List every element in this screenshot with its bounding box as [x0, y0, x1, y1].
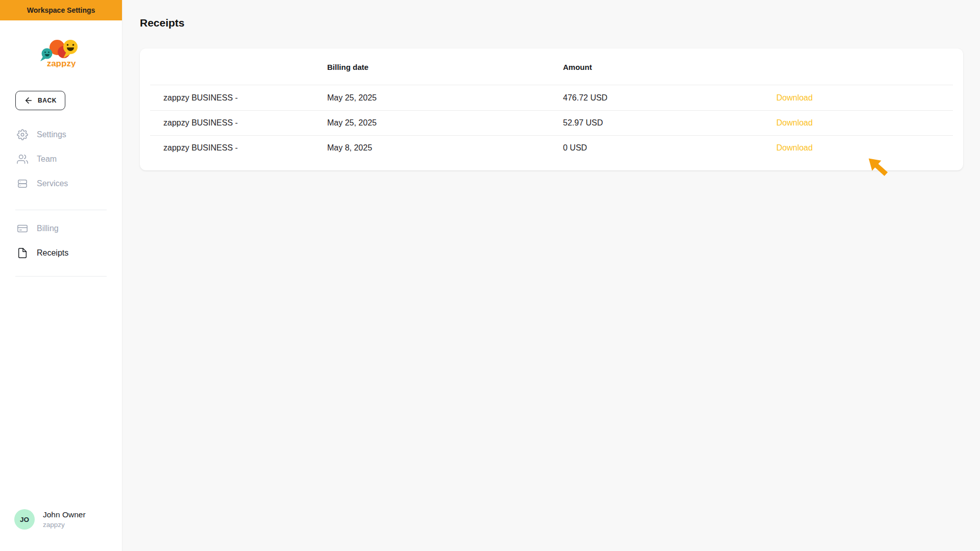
receipt-amount: 476.72 USD: [563, 93, 776, 103]
gear-icon: [17, 129, 28, 140]
receipt-product: zappzy BUSINESS -: [163, 143, 327, 153]
sidebar-item-label: Billing: [37, 224, 59, 233]
receipts-table-body: zappzy BUSINESS - May 25, 2025 476.72 US…: [140, 85, 963, 160]
receipt-row: zappzy BUSINESS - May 25, 2025 52.97 USD…: [140, 110, 963, 135]
credit-card-icon: [17, 223, 28, 234]
download-link[interactable]: Download: [776, 93, 813, 102]
avatar: JO: [14, 509, 35, 530]
receipt-product: zappzy BUSINESS -: [163, 118, 327, 128]
sidebar-item-label: Receipts: [37, 248, 68, 258]
receipt-row: zappzy BUSINESS - May 25, 2025 476.72 US…: [140, 85, 963, 110]
sidebar-item-settings[interactable]: Settings: [0, 122, 122, 147]
back-button-label: BACK: [38, 97, 57, 104]
workspace-settings-banner: Workspace Settings: [0, 0, 122, 20]
server-icon: [17, 178, 28, 189]
sidebar-item-team[interactable]: Team: [0, 147, 122, 171]
receipts-card: Billing date Amount zappzy BUSINESS - Ma…: [140, 48, 963, 170]
column-header-amount: Amount: [563, 63, 776, 71]
zappzy-logo-icon: zappzy: [36, 38, 87, 67]
download-link[interactable]: Download: [776, 118, 813, 127]
sidebar-item-services[interactable]: Services: [0, 171, 122, 196]
arrow-left-icon: [24, 96, 33, 105]
sidebar-item-label: Services: [37, 179, 68, 188]
receipts-table-header: Billing date Amount: [140, 48, 963, 85]
zappzy-logo: zappzy: [0, 38, 122, 67]
sidebar-item-label: Settings: [37, 130, 66, 139]
receipt-billing-date: May 8, 2025: [327, 143, 563, 153]
receipt-billing-date: May 25, 2025: [327, 118, 563, 128]
back-button[interactable]: BACK: [15, 91, 65, 110]
sidebar-nav: Settings Team Se: [0, 122, 122, 277]
sidebar-divider: [15, 276, 107, 277]
page-title: Receipts: [140, 17, 185, 29]
receipt-amount: 52.97 USD: [563, 118, 776, 128]
document-icon: [17, 247, 28, 259]
receipt-product: zappzy BUSINESS -: [163, 93, 327, 103]
sidebar-item-label: Team: [37, 155, 57, 164]
receipt-amount: 0 USD: [563, 143, 776, 153]
column-header-billing-date: Billing date: [327, 63, 563, 71]
sidebar-divider: [15, 210, 107, 210]
receipt-billing-date: May 25, 2025: [327, 93, 563, 103]
user-workspace: zappzy: [43, 521, 86, 529]
sidebar-item-receipts[interactable]: Receipts: [0, 241, 122, 265]
sidebar-item-billing[interactable]: Billing: [0, 216, 122, 241]
avatar-initials: JO: [20, 516, 29, 523]
zappzy-logo-text: zappzy: [46, 59, 76, 67]
users-icon: [17, 154, 28, 165]
receipt-row: zappzy BUSINESS - May 8, 2025 0 USD Down…: [140, 135, 963, 160]
banner-label: Workspace Settings: [27, 6, 95, 14]
download-link[interactable]: Download: [776, 143, 813, 152]
sidebar: Workspace Settings zappzy BACK: [0, 0, 122, 551]
user-name: John Owner: [43, 510, 86, 519]
user-profile: JO John Owner zappzy: [0, 509, 122, 551]
main-content: Receipts Billing date Amount zappzy BUSI…: [122, 0, 980, 551]
